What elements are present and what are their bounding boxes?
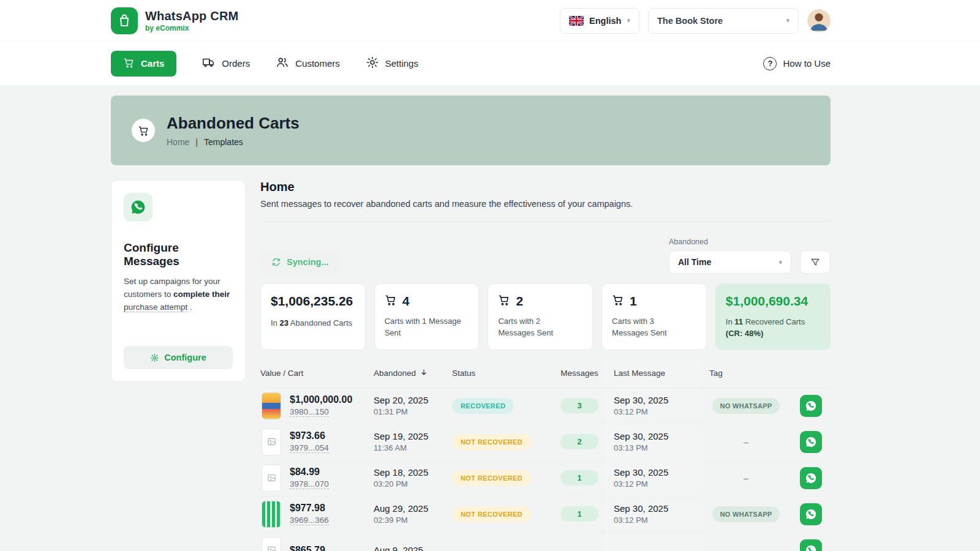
last-message-date: Sep 30, 2025: [614, 503, 668, 514]
cart-id-link[interactable]: 3978...070: [290, 479, 329, 489]
gear-icon: [366, 56, 379, 71]
stat-desc: In 23 Abandoned Carts: [271, 318, 355, 328]
nav-tab-customers[interactable]: Customers: [276, 56, 340, 71]
stat-label: Carts with 1 Message Sent: [385, 316, 464, 339]
whatsapp-icon: [805, 544, 817, 551]
stat-recovered: $1,000,690.34 In 11 Recovered Carts (CR:…: [715, 283, 831, 350]
whatsapp-button[interactable]: [800, 431, 822, 453]
whatsapp-button[interactable]: [800, 395, 822, 417]
stat-count: 1: [630, 294, 637, 309]
user-avatar[interactable]: [807, 9, 831, 32]
nav-label: Settings: [385, 58, 418, 69]
whatsapp-icon: [805, 400, 817, 412]
last-message-time: 03:12 PM: [614, 479, 668, 489]
stat-one-message: 4 Carts with 1 Message Sent: [374, 283, 480, 350]
how-to-use-link[interactable]: ? How to Use: [763, 57, 831, 70]
image-placeholder-icon: [267, 437, 276, 446]
stats-row: $1,006,235.26 In 23 Abandoned Carts 4 Ca…: [260, 283, 831, 350]
stat-two-messages: 2 Carts with 2 Messages Sent: [488, 283, 593, 350]
col-header-abandoned[interactable]: Abandoned: [374, 359, 452, 388]
app-logo[interactable]: WhatsApp CRM by eCommix: [111, 7, 238, 34]
table-row: $977.98 3969...366 Aug 29, 202502:39 PM …: [260, 497, 831, 533]
stat-label: Carts with 2 Messages Sent: [498, 316, 578, 339]
section-title: Home: [260, 180, 831, 194]
col-header-last-message: Last Message: [605, 359, 701, 387]
nav-tab-carts[interactable]: Carts: [111, 51, 176, 77]
uk-flag-icon: [569, 16, 584, 26]
breadcrumb-home[interactable]: Home: [167, 137, 189, 147]
messages-count-badge: 1: [560, 470, 598, 485]
language-value: English: [589, 16, 621, 26]
chevron-down-icon: ▾: [786, 17, 790, 24]
last-message-time: 03:12 PM: [614, 515, 668, 525]
shopping-bag-logo-icon: [111, 7, 138, 34]
image-placeholder-icon: [267, 473, 276, 482]
configure-card-body: Set up campaigns for your customers to c…: [124, 276, 233, 314]
users-icon: [276, 56, 289, 71]
nav-label: Carts: [141, 58, 164, 69]
chevron-down-icon: ▾: [627, 17, 630, 24]
time-range-select[interactable]: All Time ▾: [669, 250, 791, 274]
whatsapp-button[interactable]: [800, 539, 822, 551]
abandoned-date: Sep 18, 2025: [374, 467, 428, 478]
cart-value: $865.79: [290, 545, 325, 551]
app-title: WhatsApp CRM: [145, 9, 238, 23]
abandoned-time: 01:31 PM: [374, 407, 428, 416]
messages-count-badge: 3: [560, 398, 598, 413]
status-badge: NOT RECOVERED: [452, 506, 531, 522]
sort-desc-icon[interactable]: [420, 368, 428, 378]
main-nav: Carts Orders Customers Settings ? How to…: [0, 42, 980, 85]
whatsapp-button[interactable]: [800, 467, 822, 489]
stat-three-messages: 1 Carts with 3 Messages Sent: [601, 283, 707, 350]
configure-button[interactable]: Configure: [124, 346, 233, 369]
language-select[interactable]: English ▾: [560, 8, 639, 34]
top-bar: WhatsApp CRM by eCommix English ▾ The Bo…: [0, 0, 980, 42]
product-thumbnail[interactable]: [262, 501, 281, 528]
breadcrumb: Home | Templates: [167, 137, 300, 147]
messages-count-badge: 1: [560, 506, 598, 522]
last-message-time: 03:12 PM: [614, 407, 668, 416]
cart-id-link[interactable]: 3979...054: [290, 443, 329, 453]
whatsapp-icon: [805, 436, 817, 448]
product-thumbnail[interactable]: [262, 537, 281, 551]
divider: [260, 221, 831, 222]
cart-icon: [498, 294, 510, 309]
nav-label: Orders: [222, 58, 250, 69]
whatsapp-icon: [124, 193, 153, 222]
chevron-down-icon: ▾: [778, 258, 782, 266]
nav-label: How to Use: [783, 58, 831, 69]
nav-tab-settings[interactable]: Settings: [366, 56, 418, 71]
time-range-value: All Time: [678, 257, 711, 267]
store-select[interactable]: The Book Store ▾: [648, 8, 799, 34]
syncing-button[interactable]: Syncing...: [260, 250, 340, 274]
stat-total-abandoned: $1,006,235.26 In 23 Abandoned Carts: [260, 283, 366, 350]
stat-value: $1,006,235.26: [271, 294, 355, 309]
cart-icon: [123, 57, 135, 70]
nav-tab-orders[interactable]: Orders: [202, 56, 250, 71]
filter-button[interactable]: [800, 250, 831, 274]
section-subtitle: Sent messages to recover abandoned carts…: [260, 199, 831, 209]
product-thumbnail[interactable]: [262, 429, 281, 455]
table-row: $865.79 Aug 9, 2025: [260, 533, 831, 551]
purchase-attempt-link[interactable]: purchase attempt: [124, 302, 187, 312]
abandoned-filter-label: Abandoned: [669, 238, 831, 246]
abandoned-time: 02:39 PM: [374, 515, 428, 525]
cart-icon: [385, 294, 397, 309]
table-row: $973.66 3979...054 Sep 19, 202511:36 AM …: [260, 424, 831, 460]
whatsapp-button[interactable]: [800, 503, 822, 525]
stat-label: Carts with 3 Messages Sent: [612, 316, 692, 339]
cart-id-link[interactable]: 3980...150: [290, 407, 329, 417]
conversion-rate: (CR: 48%): [726, 329, 763, 338]
status-badge: RECOVERED: [452, 398, 514, 414]
product-thumbnail[interactable]: [262, 465, 281, 492]
whatsapp-icon: [805, 472, 817, 484]
cart-id-link[interactable]: 3969...366: [290, 515, 329, 525]
app-subtitle: by eCommix: [145, 24, 238, 32]
abandoned-carts-table: Value / Cart Abandoned Status Messages L…: [260, 359, 831, 551]
col-header-tag: Tag: [701, 359, 791, 387]
syncing-label: Syncing...: [287, 257, 329, 267]
product-thumbnail[interactable]: [262, 392, 281, 419]
col-header-action: [791, 364, 831, 382]
abandoned-time: 03:20 PM: [374, 479, 428, 489]
col-header-messages: Messages: [554, 359, 605, 387]
